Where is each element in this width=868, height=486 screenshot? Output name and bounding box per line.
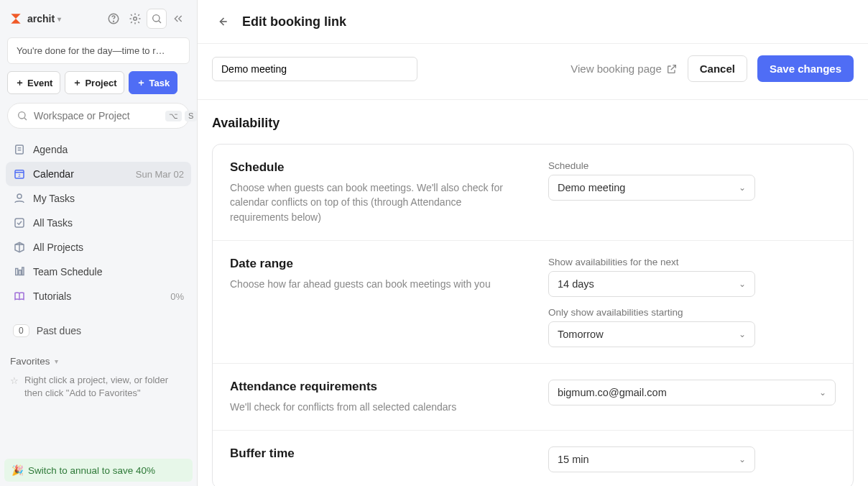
schedule-value: Demo meeting [558, 182, 625, 193]
done-banner[interactable]: You're done for the day—time to r… [7, 37, 190, 64]
nav-label: All Tasks [33, 217, 73, 229]
search-icon[interactable] [147, 9, 167, 29]
promo-text: Switch to annual to save 40% [28, 465, 155, 476]
schedule-desc: Choose when guests can book meetings. We… [230, 180, 520, 224]
content: Availability Schedule Choose when guests… [198, 100, 868, 486]
svg-rect-17 [22, 267, 24, 275]
chevron-down-icon: ▾ [57, 15, 61, 23]
nav-label: Tutorials [33, 290, 71, 302]
new-event-button[interactable]: ＋ Event [7, 71, 60, 94]
nav-label: Team Schedule [33, 266, 103, 278]
buffer-heading: Buffer time [230, 446, 520, 461]
calendar-icon: 2 [13, 168, 26, 180]
chevron-down-icon: ⌄ [739, 454, 746, 464]
attendance-desc: We'll check for conflicts from all selec… [230, 400, 520, 414]
chevron-down-icon: ⌄ [739, 279, 746, 289]
buffer-select[interactable]: 15 min ⌄ [548, 446, 755, 472]
workspace-switcher[interactable]: archit ▾ [27, 13, 61, 24]
svg-line-4 [159, 21, 161, 23]
start-value: Tomorrow [558, 329, 604, 340]
favorites-hint-text: Right click a project, view, or folder t… [24, 374, 187, 400]
section-attendance: Attendance requirements We'll check for … [213, 364, 853, 431]
schedule-field-label: Schedule [548, 160, 836, 171]
schedule-select[interactable]: Demo meeting ⌄ [548, 175, 755, 201]
kb-hint: ⌥ S [165, 111, 197, 122]
view-booking-link[interactable]: View booking page [571, 63, 678, 75]
next-label: Show availabilities for the next [548, 257, 836, 267]
tutorials-progress: 0% [170, 291, 184, 302]
attendance-heading: Attendance requirements [230, 380, 520, 394]
svg-rect-16 [19, 270, 21, 275]
svg-point-5 [19, 112, 25, 119]
svg-text:2: 2 [18, 173, 21, 178]
past-dues[interactable]: 0 Past dues [0, 317, 197, 341]
new-project-label: Project [85, 78, 116, 88]
collapse-sidebar-icon[interactable] [168, 9, 188, 29]
nav-my-tasks[interactable]: My Tasks [6, 186, 191, 211]
workspace-search[interactable]: ⌥ S [7, 103, 190, 129]
workspace-search-input[interactable] [34, 110, 160, 122]
gear-icon[interactable] [125, 9, 145, 29]
svg-point-1 [114, 21, 114, 22]
new-project-button[interactable]: ＋ Project [65, 71, 124, 94]
nav-label: Calendar [33, 168, 74, 180]
chevron-down-icon: ⌄ [739, 183, 746, 193]
new-event-label: Event [27, 78, 52, 88]
nav-all-tasks[interactable]: All Tasks [6, 211, 191, 235]
favorites-heading[interactable]: Favorites ▾ [0, 341, 197, 371]
party-icon: 🎉 [11, 464, 24, 476]
main: Edit booking link View booking page Canc… [198, 0, 868, 486]
new-task-button[interactable]: ＋ Task [129, 71, 177, 94]
schedule-heading: Schedule [230, 160, 520, 175]
save-button[interactable]: Save changes [757, 55, 854, 82]
favorites-label: Favorites [10, 356, 50, 367]
buffer-value: 15 min [558, 454, 589, 465]
section-schedule: Schedule Choose when guests can book mee… [213, 145, 853, 241]
svg-point-13 [17, 194, 22, 198]
action-row: View booking page Cancel Save changes [198, 44, 868, 100]
sidebar: archit ▾ You're done for the day—time to… [0, 0, 198, 486]
calendar-date: Sun Mar 02 [136, 169, 184, 180]
attendance-value: bigmum.co@gmail.com [558, 387, 667, 398]
plus-icon: ＋ [73, 76, 82, 89]
new-task-label: Task [149, 78, 170, 88]
nav-label: Agenda [33, 144, 68, 155]
book-icon [13, 290, 26, 303]
plus-icon: ＋ [137, 76, 146, 89]
favorites-hint: ☆ Right click a project, view, or folder… [0, 371, 197, 408]
attendance-select[interactable]: bigmum.co@gmail.com ⌄ [548, 380, 836, 405]
section-title: Availability [212, 116, 854, 131]
start-label: Only show availabilities starting [548, 307, 836, 318]
svg-rect-14 [15, 219, 24, 227]
next-select[interactable]: 14 days ⌄ [548, 271, 755, 297]
back-button[interactable] [212, 12, 232, 32]
nav-calendar[interactable]: 2 Calendar Sun Mar 02 [6, 162, 191, 186]
plus-icon: ＋ [15, 76, 24, 89]
help-icon[interactable] [103, 9, 124, 29]
nav-label: My Tasks [33, 193, 75, 204]
promo-banner[interactable]: 🎉 Switch to annual to save 40% [4, 459, 193, 482]
nav-agenda[interactable]: Agenda [6, 137, 191, 162]
svg-point-3 [153, 15, 160, 22]
start-select[interactable]: Tomorrow ⌄ [548, 321, 755, 347]
top-icon-group [103, 9, 188, 29]
nav-tutorials[interactable]: Tutorials 0% [6, 284, 191, 308]
date-range-heading: Date range [230, 257, 520, 271]
nav-all-projects[interactable]: All Projects [6, 235, 191, 260]
past-dues-count: 0 [13, 324, 29, 337]
nav-list: Agenda 2 Calendar Sun Mar 02 My Tasks Al… [0, 137, 197, 308]
date-range-desc: Choose how far ahead guests can book mee… [230, 277, 520, 291]
next-value: 14 days [558, 278, 594, 290]
cancel-button[interactable]: Cancel [688, 55, 747, 82]
booking-name-input[interactable] [212, 57, 417, 81]
kb-key-2: S [185, 111, 197, 122]
agenda-icon [13, 143, 26, 156]
create-row: ＋ Event ＋ Project ＋ Task [0, 71, 197, 103]
workspace-name-label: archit [27, 13, 55, 24]
bars-icon [13, 265, 26, 278]
sidebar-top: archit ▾ [0, 0, 197, 35]
user-icon [13, 192, 26, 205]
nav-team-schedule[interactable]: Team Schedule [6, 260, 191, 284]
page-title: Edit booking link [242, 14, 346, 29]
section-buffer: Buffer time 15 min ⌄ [213, 431, 853, 486]
